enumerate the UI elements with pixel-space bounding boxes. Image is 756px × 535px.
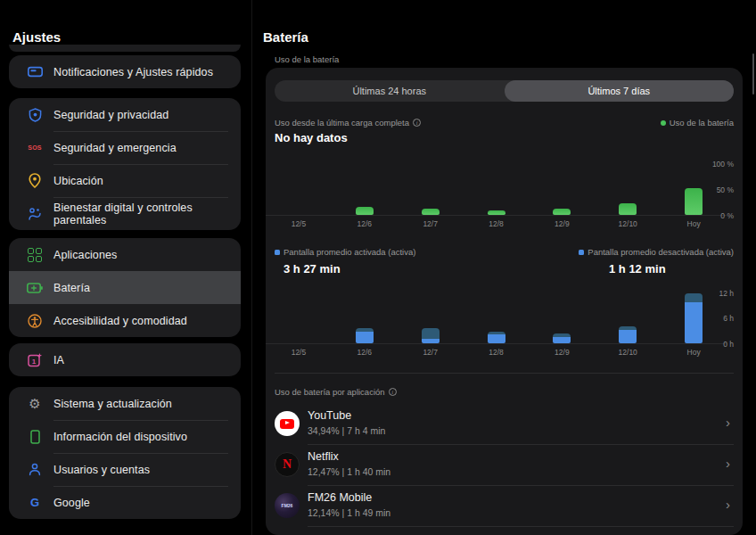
sidebar-group-notifications: Notificaciones y Ajustes rápidos [9, 55, 241, 88]
x-axis-label: 12/5 [266, 219, 332, 228]
chart-column[interactable] [332, 293, 398, 343]
chart-column[interactable] [595, 293, 661, 343]
section-divider [275, 373, 734, 374]
sidebar-item-google[interactable]: G Google [9, 486, 241, 519]
chart-column[interactable] [266, 293, 332, 343]
apps-section-label: Uso de batería por aplicación i [275, 387, 397, 397]
sidebar-item-users-accounts[interactable]: Usuarios y cuentas [9, 453, 241, 486]
x-axis-label: 12/8 [464, 348, 530, 357]
sos-icon: SOS [27, 140, 43, 156]
sidebar-item-label: Seguridad y emergencia [53, 142, 177, 154]
screen-on-value: 3 h 27 min [284, 262, 341, 276]
sidebar-group-system: ⚙ Sistema y actualización Información de… [9, 387, 241, 519]
tab-last-7-days[interactable]: Últimos 7 días [505, 80, 735, 102]
sidebar-item-location[interactable]: Ubicación [9, 164, 241, 197]
scrollbar-thumb[interactable] [752, 54, 755, 95]
time-range-tabs: Últimas 24 horas Últimos 7 días [275, 80, 734, 102]
app-stats: 34,94% | 7 h 4 min [308, 425, 385, 436]
sidebar-item-label: Bienestar digital y controles parentales [53, 202, 241, 226]
notifications-icon [27, 64, 43, 80]
ytick-100: 100 % [712, 160, 734, 169]
screen-time-chart: 12/512/612/712/812/912/10Hoy [266, 293, 727, 357]
app-name: FM26 Mobile [308, 491, 372, 504]
sidebar-item-ai[interactable]: 1 IA [9, 343, 241, 376]
sidebar-item-label: IA [53, 354, 64, 366]
x-axis-label: 12/5 [266, 348, 332, 357]
fm26-icon: FM26 [275, 493, 300, 518]
sidebar-item-digital-wellbeing[interactable]: Bienestar digital y controles parentales [9, 197, 241, 230]
x-axis-label: 12/9 [529, 348, 595, 357]
usage-since-charge-label: Uso desde la última carga completa i [275, 118, 421, 128]
screen-on-legend: Pantalla promedio activada (activa) [275, 247, 415, 257]
info-icon[interactable]: i [389, 388, 397, 396]
location-pin-icon [27, 173, 43, 189]
row-divider [308, 526, 734, 527]
sidebar-item-label: Aplicaciones [53, 249, 117, 261]
ytick-6h: 6 h [723, 314, 734, 323]
sidebar-item-label: Notificaciones y Ajustes rápidos [53, 66, 213, 78]
usage-section-label: Uso de la batería [275, 54, 339, 64]
screen-off-legend: Pantalla promedio desactivada (activa) [579, 247, 734, 257]
chart-bar [685, 293, 703, 302]
ai-icon: 1 [27, 352, 43, 368]
chart-bar [488, 334, 505, 343]
sidebar-item-applications[interactable]: Aplicaciones [9, 238, 241, 271]
chart-column[interactable] [529, 293, 595, 343]
sidebar-item-security-privacy[interactable]: Seguridad y privacidad [9, 98, 241, 131]
sidebar-item-emergency[interactable]: SOS Seguridad y emergencia [9, 131, 241, 164]
blue-legend-square [579, 250, 584, 255]
sidebar-item-device-info[interactable]: Información del dispositivo [9, 420, 241, 453]
no-data-text: No hay datos [275, 131, 348, 144]
battery-detail-panel: Batería Uso de la batería Últimas 24 hor… [252, 0, 756, 535]
chart-bar [356, 207, 374, 215]
sidebar-item-label: Accesibilidad y comodidad [53, 315, 187, 327]
battery-usage-legend: Uso de la batería [661, 118, 734, 128]
device-icon [27, 429, 43, 445]
app-row-fm26[interactable]: FM26 FM26 Mobile 12,14% | 1 h 49 min › [266, 485, 743, 526]
app-name: Netflix [308, 450, 339, 463]
x-axis-label: 12/8 [464, 219, 530, 228]
info-icon[interactable]: i [413, 119, 421, 127]
svg-text:1: 1 [32, 357, 37, 365]
chart-bar [422, 209, 440, 215]
sidebar-item-system-update[interactable]: ⚙ Sistema y actualización [9, 387, 241, 420]
chart-column[interactable] [464, 164, 530, 215]
gear-icon: ⚙ [27, 396, 43, 412]
app-stats: 12,47% | 1 h 40 min [308, 466, 390, 477]
chevron-right-icon: › [726, 456, 730, 471]
chart-column[interactable] [464, 293, 530, 343]
x-axis-label: 12/6 [332, 348, 398, 357]
ytick-0h: 0 h [723, 340, 734, 349]
chart-column[interactable] [266, 164, 332, 215]
chart-column[interactable] [398, 164, 464, 215]
app-stats: 12,14% | 1 h 49 min [308, 507, 390, 518]
chart-column[interactable] [661, 293, 727, 343]
ytick-12h: 12 h [719, 289, 734, 298]
app-name: YouTube [308, 409, 351, 422]
sidebar-item-battery[interactable]: Batería [9, 271, 241, 304]
chart-column[interactable] [595, 164, 661, 215]
tab-last-24-hours[interactable]: Últimas 24 horas [275, 80, 505, 102]
netflix-icon: N [275, 452, 300, 477]
chart-column[interactable] [398, 293, 464, 343]
user-icon [27, 462, 43, 478]
chart-column[interactable] [332, 164, 398, 215]
shield-icon [27, 107, 43, 123]
sidebar-item-notifications[interactable]: Notificaciones y Ajustes rápidos [9, 55, 241, 88]
x-axis-label: 12/7 [398, 219, 464, 228]
sidebar-item-label: Ubicación [53, 175, 103, 187]
app-row-youtube[interactable]: YouTube 34,94% | 7 h 4 min › [266, 403, 743, 444]
app-row-netflix[interactable]: N Netflix 12,47% | 1 h 40 min › [266, 444, 743, 485]
chevron-right-icon: › [726, 497, 730, 512]
battery-icon [27, 280, 43, 296]
chart-bar [422, 328, 440, 339]
x-axis-label: 12/10 [595, 348, 661, 357]
sidebar-item-accessibility[interactable]: Accesibilidad y comodidad [9, 304, 241, 337]
chart-bar [356, 332, 374, 343]
chart-column[interactable] [529, 164, 595, 215]
youtube-icon [275, 411, 300, 436]
chart-bar [619, 330, 637, 343]
x-axis-label: Hoy [661, 348, 727, 357]
sidebar-item-label: Google [53, 497, 90, 509]
sidebar-group-security: Seguridad y privacidad SOS Seguridad y e… [9, 98, 241, 230]
